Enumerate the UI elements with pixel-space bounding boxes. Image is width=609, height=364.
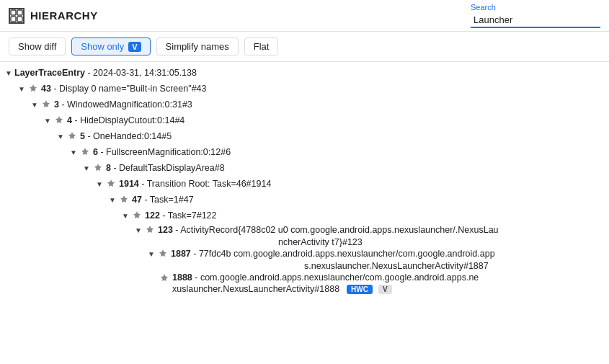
pin-icon <box>92 162 104 174</box>
tree-row: ▼ 3 - WindowedMagnification:0:31#3 <box>0 97 609 112</box>
tree-row: ▼ 1887 - 77fdc4b com.google.android.apps… <box>0 247 609 271</box>
tree-row: ▼ 47 - Task=1#47 <box>0 192 609 208</box>
show-diff-button[interactable]: Show diff <box>9 37 66 56</box>
pin-icon <box>144 224 156 236</box>
tree-row: ▼ 4 - HideDisplayCutout:0:14#4 <box>0 112 609 128</box>
collapse-icon[interactable]: ▼ <box>133 224 144 236</box>
header: HIERARCHY Search <box>0 0 609 32</box>
svg-rect-3 <box>17 17 22 22</box>
show-only-badge: V <box>128 42 141 52</box>
collapse-icon[interactable]: ▼ <box>120 210 131 221</box>
tree-container: ▼ LayerTraceEntry - 2024-03-31, 14:31:05… <box>0 62 609 360</box>
show-only-label: Show only <box>81 41 124 52</box>
collapse-icon[interactable]: ▼ <box>55 130 66 142</box>
search-input[interactable] <box>471 13 600 28</box>
node-label-cont: ncherActivity t7}#123 <box>133 237 363 247</box>
hierarchy-icon <box>9 8 25 24</box>
search-container: Search <box>471 3 600 28</box>
collapse-icon[interactable]: ▼ <box>16 83 27 94</box>
collapse-icon[interactable]: ▼ <box>68 146 79 158</box>
pin-icon <box>118 194 130 205</box>
header-left: HIERARCHY <box>9 8 98 24</box>
tree-row: ▼ LayerTraceEntry - 2024-03-31, 14:31:05… <box>0 65 609 81</box>
node-label: 4 - HideDisplayCutout:0:14#4 <box>67 114 185 128</box>
simplify-names-label: Simplify names <box>166 41 229 52</box>
v-badge: V <box>378 285 392 294</box>
tree-row: ▼ 122 - Task=7#122 <box>0 208 609 223</box>
svg-rect-2 <box>11 17 16 22</box>
node-label: 6 - FullscreenMagnification:0:12#6 <box>93 146 231 159</box>
show-diff-label: Show diff <box>18 41 56 52</box>
pin-icon <box>105 178 117 190</box>
node-label: 43 - Display 0 name="Built-in Screen"#43 <box>41 82 206 96</box>
hwc-badge: HWC <box>347 285 373 294</box>
page-title: HIERARCHY <box>30 9 98 22</box>
node-label: 8 - DefaultTaskDisplayArea#8 <box>106 161 225 175</box>
node-label: 47 - Task=1#47 <box>132 193 194 207</box>
node-label: 122 - Task=7#122 <box>145 209 217 223</box>
node-label: 123 - ActivityRecord{4788c02 u0 com.goog… <box>158 223 499 237</box>
show-only-button[interactable]: Show only V <box>71 37 150 56</box>
search-label: Search <box>471 3 496 12</box>
flat-label: Flat <box>254 41 270 52</box>
tree-row: ▼ 8 - DefaultTaskDisplayArea#8 <box>0 160 609 176</box>
collapse-icon[interactable]: ▼ <box>107 194 118 205</box>
toolbar: Show diff Show only V Simplify names Fla… <box>0 32 609 62</box>
node-label: 5 - OneHanded:0:14#5 <box>80 130 172 143</box>
collapse-icon[interactable]: ▼ <box>42 115 53 126</box>
tree-row: ▼ 1914 - Transition Root: Task=46#1914 <box>0 176 609 192</box>
tree-row: ▼ 123 - ActivityRecord{4788c02 u0 com.go… <box>0 223 609 247</box>
node-label-cont: xuslauncher.NexusLauncherActivity#1888 H… <box>172 284 479 294</box>
collapse-icon[interactable]: ▼ <box>3 67 14 79</box>
collapse-icon[interactable]: ▼ <box>81 162 92 174</box>
pin-icon <box>27 83 39 94</box>
node-label-cont: s.nexuslauncher.NexusLauncherActivity#18… <box>146 261 489 271</box>
collapse-icon[interactable]: ▼ <box>146 248 157 259</box>
node-label: 1887 - 77fdc4b com.google.android.apps.n… <box>171 247 495 261</box>
node-label: 1888 - com.google.android.apps.nexuslaun… <box>172 271 479 285</box>
pin-icon <box>40 99 52 110</box>
node-label: 3 - WindowedMagnification:0:31#3 <box>54 98 192 112</box>
tree-row: ▼ 43 - Display 0 name="Built-in Screen"#… <box>0 81 609 97</box>
pin-icon <box>131 210 143 221</box>
pin-icon <box>79 146 91 158</box>
simplify-names-button[interactable]: Simplify names <box>156 37 239 56</box>
pin-icon <box>159 272 170 284</box>
tree-row: ▼ 5 - OneHanded:0:14#5 <box>0 128 609 144</box>
svg-rect-1 <box>17 10 22 15</box>
tree-row: 1888 - com.google.android.apps.nexuslaun… <box>0 271 609 295</box>
node-label: 1914 - Transition Root: Task=46#1914 <box>119 177 271 191</box>
tree-row: ▼ 6 - FullscreenMagnification:0:12#6 <box>0 144 609 160</box>
collapse-icon[interactable]: ▼ <box>29 99 40 110</box>
node-label: LayerTraceEntry - 2024-03-31, 14:31:05.1… <box>14 66 197 80</box>
svg-rect-0 <box>11 10 16 15</box>
pin-icon <box>157 248 169 259</box>
flat-button[interactable]: Flat <box>244 37 279 56</box>
collapse-icon[interactable]: ▼ <box>94 178 105 190</box>
pin-icon <box>66 130 78 142</box>
pin-icon <box>53 115 65 126</box>
